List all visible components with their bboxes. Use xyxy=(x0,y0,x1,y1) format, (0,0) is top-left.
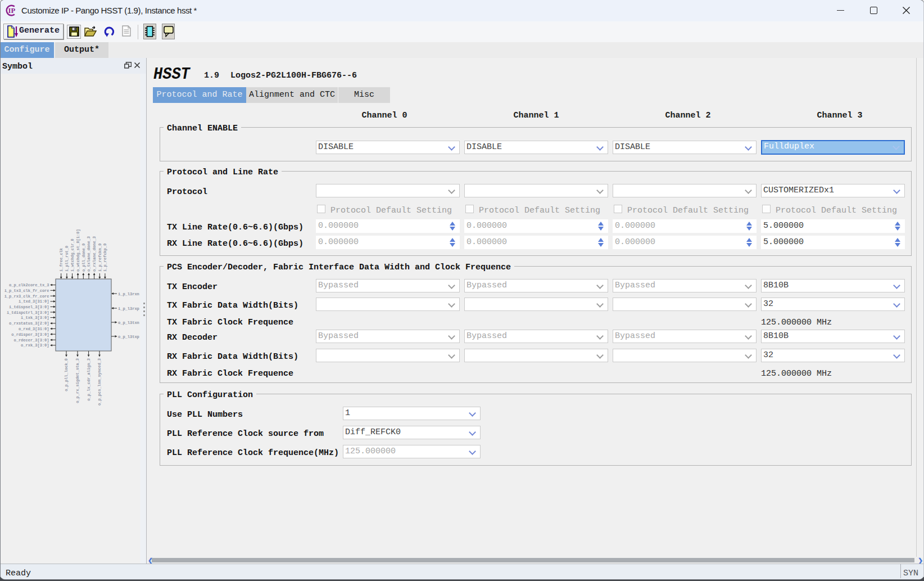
svg-text:i_tdispsel_3[3:0]: i_tdispsel_3[3:0] xyxy=(9,305,49,309)
svg-text:i_wtchdg_clr_0: i_wtchdg_clr_0 xyxy=(70,238,75,272)
svg-text:o_p_lx_cdr_align_3: o_p_lx_cdr_align_3 xyxy=(87,358,91,401)
svg-text:o_p_pcs_lsm_synced_3: o_p_pcs_lsm_synced_3 xyxy=(97,358,102,406)
svg-text:o_p_l3txp: o_p_l3txp xyxy=(118,335,139,339)
svg-text:o_pll_done_0: o_pll_done_0 xyxy=(81,244,86,272)
svg-text:o_rxk_3[3:0]: o_rxk_3[3:0] xyxy=(21,343,49,348)
svg-text:o_rdecer_3[3:0]: o_rdecer_3[3:0] xyxy=(13,338,49,343)
svg-text:i_p_refckp_0: i_p_refckp_0 xyxy=(103,244,107,272)
svg-text:i_txd_3[31:0]: i_txd_3[31:0] xyxy=(19,299,49,304)
svg-text:o_p_l3txn: o_p_l3txn xyxy=(118,321,139,325)
svg-text:o_txlane_done_3: o_txlane_done_3 xyxy=(87,236,91,272)
svg-text:i_p_l3rxp: i_p_l3rxp xyxy=(118,307,139,311)
svg-text:o_rxstatus_3[2:0]: o_rxstatus_3[2:0] xyxy=(9,321,49,326)
svg-text:o_p_rx_sigdet_sta_3: o_p_rx_sigdet_sta_3 xyxy=(75,358,80,403)
svg-text:i_p_refckn_0: i_p_refckn_0 xyxy=(98,244,102,272)
svg-text:i_free_clk: i_free_clk xyxy=(59,248,64,272)
svg-text:i_p_rx3_clk_fr_core: i_p_rx3_clk_fr_core xyxy=(4,294,49,299)
svg-text:i_txk_3[3:0]: i_txk_3[3:0] xyxy=(21,316,49,320)
svg-text:o_rxlane_done_3: o_rxlane_done_3 xyxy=(92,236,97,272)
svg-text:o_wtchdg_st_0[1:0]: o_wtchdg_st_0[1:0] xyxy=(76,229,80,272)
svg-text:i_p_l3rxn: i_p_l3rxn xyxy=(118,292,139,296)
svg-text:o_rdisper_3[3:0]: o_rdisper_3[3:0] xyxy=(11,332,49,337)
svg-text:i_p_tx3_clk_fr_core: i_p_tx3_clk_fr_core xyxy=(4,289,49,293)
svg-text:i_pll_rst_0: i_pll_rst_0 xyxy=(65,246,69,272)
svg-text:i_tdispctrl_3[3:0]: i_tdispctrl_3[3:0] xyxy=(7,310,49,315)
svg-text:o_rxd_3[31:0]: o_rxd_3[31:0] xyxy=(19,327,49,331)
svg-text:o_p_pll_lock_0: o_p_pll_lock_0 xyxy=(64,358,69,391)
svg-text:o_p_clk2core_tx_3: o_p_clk2core_tx_3 xyxy=(9,283,49,287)
svg-text:IP: IP xyxy=(8,7,16,15)
